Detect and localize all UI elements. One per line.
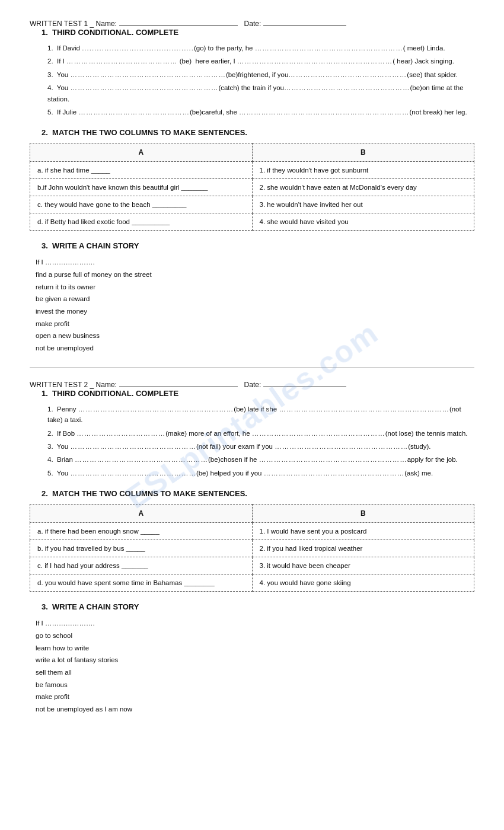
chain-line: If I ………………….	[36, 617, 474, 630]
test2-col-a-header: A	[30, 505, 253, 523]
test2-row3-b: 3. it would have been cheaper	[252, 557, 474, 574]
test2-row2-b: 2. if you had liked tropical weather	[252, 540, 474, 557]
table-row: b.if John wouldn't have known this beaut…	[30, 179, 474, 196]
test2-exercise1: 1. THIRD CONDITIONAL. COMPLETE 1. Penny …	[30, 389, 474, 478]
chain-line: return it to its owner	[36, 281, 474, 293]
test1-row3-b: 3. he wouldn't have invited her out	[252, 196, 474, 213]
test2-ex2-title: 2. MATCH THE TWO COLUMNS TO MAKE SENTENC…	[42, 489, 474, 498]
test2-section: WRITTEN TEST 2 _ Name: Date: 1. THIRD CO…	[30, 379, 474, 716]
test1-exercise3: 3. WRITE A CHAIN STORY If I …………………. fin…	[30, 241, 474, 355]
test2-title: WRITTEN TEST 2 _	[30, 381, 94, 389]
list-item: 5. You ……………………………………………(be) helped you …	[47, 468, 474, 478]
list-item: 2. If Bob ………………………………(make) more of an …	[47, 428, 474, 439]
test1-exercise2: 2. MATCH THE TWO COLUMNS TO MAKE SENTENC…	[30, 128, 474, 231]
test2-name-label: Name:	[96, 381, 117, 389]
test1-row2-a: b.if John wouldn't have known this beaut…	[30, 179, 253, 196]
table-row: a. if there had been enough snow _____ 1…	[30, 523, 474, 540]
test2-row1-b: 1. I would have sent you a postcard	[252, 523, 474, 540]
test1-ex2-title: 2. MATCH THE TWO COLUMNS TO MAKE SENTENC…	[42, 128, 474, 137]
chain-line: be famous	[36, 679, 474, 691]
chain-line: make profit	[36, 318, 474, 330]
test2-row3-a: c. if I had had your address _______	[30, 557, 253, 574]
test2-match-table: A B a. if there had been enough snow ___…	[30, 504, 474, 592]
test1-title: WRITTEN TEST 1 _	[30, 20, 94, 28]
test1-name-field[interactable]	[119, 18, 238, 26]
test1-header: WRITTEN TEST 1 _ Name: Date:	[30, 18, 474, 28]
chain-line: not be unemployed	[36, 342, 474, 355]
test1-date-label: Date:	[244, 20, 261, 28]
chain-line: go to school	[36, 630, 474, 642]
chain-line: be given a reward	[36, 293, 474, 305]
test1-row3-a: c. they would have gone to the beach ___…	[30, 196, 253, 213]
table-row: b. if you had travelled by bus _____ 2. …	[30, 540, 474, 557]
list-item: 1. If David ............................…	[47, 43, 474, 53]
table-row: c. if I had had your address _______ 3. …	[30, 557, 474, 574]
chain-line: sell them all	[36, 666, 474, 679]
list-item: 2. If I ……………………………………… (be) here earlie…	[47, 56, 474, 66]
chain-line: not be unemployed as I am now	[36, 703, 474, 716]
test1-ex1-title: 1. THIRD CONDITIONAL. COMPLETE	[42, 28, 474, 37]
test2-ex1-title: 1. THIRD CONDITIONAL. COMPLETE	[42, 389, 474, 398]
list-item: 1. Penny ………………………………………………………(be) late …	[47, 404, 474, 426]
test2-exercise3: 3. WRITE A CHAIN STORY If I …………………. go …	[30, 602, 474, 716]
test-divider	[30, 368, 474, 368]
chain-line: make profit	[36, 691, 474, 703]
test2-row2-a: b. if you had travelled by bus _____	[30, 540, 253, 557]
test1-section: WRITTEN TEST 1 _ Name: Date: 1. THIRD CO…	[30, 18, 474, 355]
test2-ex3-title: 3. WRITE A CHAIN STORY	[42, 602, 474, 611]
test1-row1-a: a. if she had time _____	[30, 162, 253, 179]
test2-date-field[interactable]	[263, 379, 346, 387]
test2-ex1-list: 1. Penny ………………………………………………………(be) late …	[30, 404, 474, 478]
test2-date-label: Date:	[244, 381, 261, 389]
list-item: 5. If Julie ………………………………………(be)careful, …	[47, 107, 474, 117]
list-item: 3. You ………………………………………………………(be)frighten…	[47, 69, 474, 80]
chain-line: write a lot of fantasy stories	[36, 654, 474, 666]
test1-date-field[interactable]	[263, 18, 346, 26]
table-row: c. they would have gone to the beach ___…	[30, 196, 474, 213]
test2-row4-b: 4. you would have gone skiing	[252, 574, 474, 592]
test2-row1-a: a. if there had been enough snow _____	[30, 523, 253, 540]
table-row: d. if Betty had liked exotic food ______…	[30, 213, 474, 231]
test1-exercise1: 1. THIRD CONDITIONAL. COMPLETE 1. If Dav…	[30, 28, 474, 117]
test2-header: WRITTEN TEST 2 _ Name: Date:	[30, 379, 474, 389]
table-row: d. you would have spent some time in Bah…	[30, 574, 474, 592]
chain-line: invest the money	[36, 305, 474, 318]
chain-line: learn how to write	[36, 642, 474, 655]
list-item: 3. You ……………………………………………(not fail) your …	[47, 441, 474, 452]
test1-col-a-header: A	[30, 143, 253, 162]
test2-exercise2: 2. MATCH THE TWO COLUMNS TO MAKE SENTENC…	[30, 489, 474, 592]
test1-row4-b: 4. she would have visited you	[252, 213, 474, 231]
test2-col-b-header: B	[252, 505, 474, 523]
list-item: 4. Brian ………………………………………………(be)chosen if…	[47, 454, 474, 465]
chain-line: find a purse full of money on the street	[36, 269, 474, 281]
test2-name-field[interactable]	[119, 379, 238, 387]
test1-row4-a: d. if Betty had liked exotic food ______…	[30, 213, 253, 231]
test1-chain-story: If I …………………. find a purse full of money…	[30, 256, 474, 355]
test1-row2-b: 2. she wouldn't have eaten at McDonald's…	[252, 179, 474, 196]
table-row: a. if she had time _____ 1. if they woul…	[30, 162, 474, 179]
test1-ex3-title: 3. WRITE A CHAIN STORY	[42, 241, 474, 250]
test2-row4-a: d. you would have spent some time in Bah…	[30, 574, 253, 592]
test1-row1-b: 1. if they wouldn't have got sunburnt	[252, 162, 474, 179]
chain-line: open a new business	[36, 330, 474, 342]
test1-name-label: Name:	[96, 20, 117, 28]
test2-chain-story: If I …………………. go to school learn how to …	[30, 617, 474, 716]
test1-ex1-list: 1. If David ............................…	[30, 43, 474, 117]
list-item: 4. You ……………………………………………………(catch) the t…	[47, 82, 474, 104]
chain-line: If I ………………….	[36, 256, 474, 269]
test1-match-table: A B a. if she had time _____ 1. if they …	[30, 143, 474, 231]
test1-col-b-header: B	[252, 143, 474, 162]
